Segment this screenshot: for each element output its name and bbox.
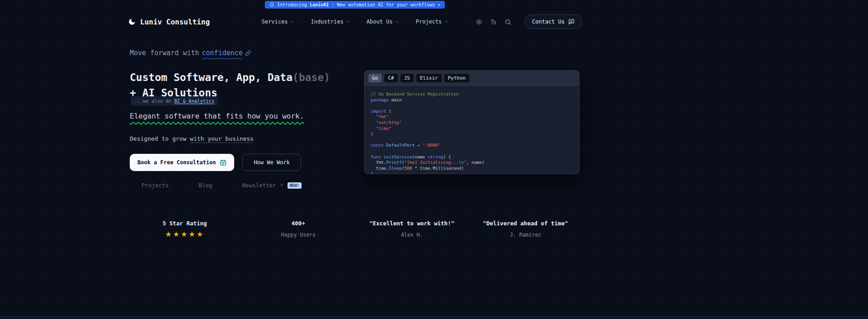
newsletter-link-label: Newsletter	[242, 182, 276, 189]
nav-item-about-us[interactable]: About Us	[367, 19, 400, 25]
code-line: "fmt"	[371, 114, 573, 120]
stats-row: 5 Star Rating ★★★★★ 400+ Happy Users "Ex…	[128, 220, 582, 238]
chevron-down-icon	[395, 19, 400, 24]
projects-link[interactable]: Projects	[142, 182, 169, 189]
moon-logo-icon	[128, 18, 136, 26]
code-line: import (	[371, 109, 573, 114]
calendar-check-icon	[220, 159, 226, 166]
code-line: const DefaultPort = ":8080"	[371, 143, 573, 148]
new-badge: NEW!	[288, 182, 302, 189]
chevron-down-icon	[346, 19, 350, 24]
blog-link[interactable]: Blog	[198, 182, 212, 189]
stat-quote-2: "Delivered ahead of time" J. Ramirez	[469, 220, 582, 238]
navbar: Luniv Consulting Services Industries Abo…	[128, 13, 582, 31]
hero-title-muted: (base)	[292, 71, 330, 83]
code-body: // Go Backend Service Registrationpackag…	[364, 86, 579, 174]
hero-subline: Designed to grow with your business	[130, 135, 254, 142]
code-line: package main	[371, 97, 573, 103]
code-line: }	[371, 171, 573, 174]
subline-prefix: Designed to grow	[130, 135, 190, 142]
content-container: Luniv Consulting Services Industries Abo…	[128, 0, 582, 319]
stat-value: "Delivered ahead of time"	[469, 220, 582, 227]
tab-js[interactable]: JS	[401, 74, 414, 82]
stat-sub: J. Ramirez	[469, 232, 582, 238]
chat-bubble-icon	[568, 19, 575, 25]
stat-quote-1: "Excellent to work with!" Alex H.	[355, 220, 469, 238]
code-line: )	[371, 131, 573, 137]
how-we-work-label: How We Work	[254, 159, 289, 166]
arrow-up-right-icon	[279, 183, 284, 188]
tab-python[interactable]: Python	[444, 74, 470, 82]
nav-links: Services Industries About Us Projects	[262, 19, 449, 25]
five-stars-icon: ★★★★★	[128, 230, 241, 238]
stat-value: "Excellent to work with!"	[355, 220, 469, 227]
nav-item-label: Services	[262, 19, 288, 25]
page: Introducing LunivAI : New automation AI …	[0, 0, 868, 319]
stat-sub: Alex H.	[355, 232, 469, 238]
code-line: // Go Backend Service Registration	[371, 91, 573, 97]
blog-link-label: Blog	[198, 182, 212, 189]
book-consultation-button[interactable]: Book a Free Consultation	[130, 154, 234, 171]
projects-link-label: Projects	[142, 182, 169, 189]
logo[interactable]: Luniv Consulting	[128, 18, 210, 26]
next-section-edge	[0, 316, 868, 319]
rss-icon[interactable]	[490, 19, 497, 25]
code-line: fmt.Printf("[%s] Initializing...\n", nam…	[371, 160, 573, 166]
tab-go[interactable]: Go	[368, 74, 382, 82]
contact-us-label: Contact Us	[532, 19, 565, 25]
code-line	[371, 137, 573, 143]
theme-toggle-sun-icon[interactable]	[476, 19, 482, 25]
hero-title-main: Custom Software, App, Data	[130, 71, 292, 83]
code-line: "time"	[371, 126, 573, 132]
nav-item-label: Projects	[416, 19, 442, 25]
nav-item-label: Industries	[311, 19, 343, 25]
nav-right: Contact Us	[476, 14, 582, 29]
code-line: func initService(name string) {	[371, 154, 573, 160]
nav-item-services[interactable]: Services	[262, 19, 295, 25]
bi-analytics-link[interactable]: BI & Analytics	[175, 98, 215, 104]
chevron-down-icon	[290, 19, 294, 24]
search-icon[interactable]	[505, 19, 511, 25]
code-line: "net/http"	[371, 120, 573, 126]
code-line	[371, 148, 573, 154]
stat-sub: Happy Users	[241, 232, 355, 238]
how-we-work-button[interactable]: How We Work	[242, 154, 301, 171]
code-line	[371, 103, 573, 109]
chevron-down-icon	[444, 19, 448, 24]
hero-eyebrow: Move forward with confidence	[130, 49, 251, 57]
stat-value: 5 Star Rating	[128, 220, 241, 227]
logo-text: Luniv Consulting	[140, 18, 210, 26]
also-badge: ...we also do BI & Analytics	[131, 96, 218, 105]
quick-links: Projects Blog Newsletter NEW!	[142, 182, 302, 189]
nav-item-projects[interactable]: Projects	[416, 19, 449, 25]
also-prefix: ...we also do	[134, 98, 175, 104]
subline-underlined: with your business	[190, 135, 254, 142]
book-consultation-label: Book a Free Consultation	[137, 159, 216, 166]
tab-csharp[interactable]: C#	[384, 74, 397, 82]
newsletter-link[interactable]: Newsletter NEW!	[242, 182, 302, 189]
eyebrow-text: Move forward with	[130, 49, 199, 57]
hero-tagline: Elegant software that fits how you work.	[130, 112, 304, 120]
code-language-tabs: Go C# JS Elixir Python	[364, 71, 579, 86]
stat-value: 400+	[241, 220, 355, 227]
stat-users: 400+ Happy Users	[241, 220, 355, 238]
code-line: time.Sleep(500 * time.Millisecond)	[371, 166, 573, 171]
tab-elixir[interactable]: Elixir	[416, 74, 442, 82]
cta-row: Book a Free Consultation How We Work	[130, 154, 301, 171]
contact-us-button[interactable]: Contact Us	[524, 14, 582, 29]
confidence-link-label: confidence	[202, 49, 243, 57]
code-window: Go C# JS Elixir Python // Go Backend Ser…	[364, 70, 580, 174]
nav-item-industries[interactable]: Industries	[311, 19, 350, 25]
confidence-link[interactable]: confidence	[202, 49, 251, 57]
link-chain-icon	[245, 50, 251, 56]
nav-item-label: About Us	[367, 19, 393, 25]
stat-rating: 5 Star Rating ★★★★★	[128, 220, 241, 238]
